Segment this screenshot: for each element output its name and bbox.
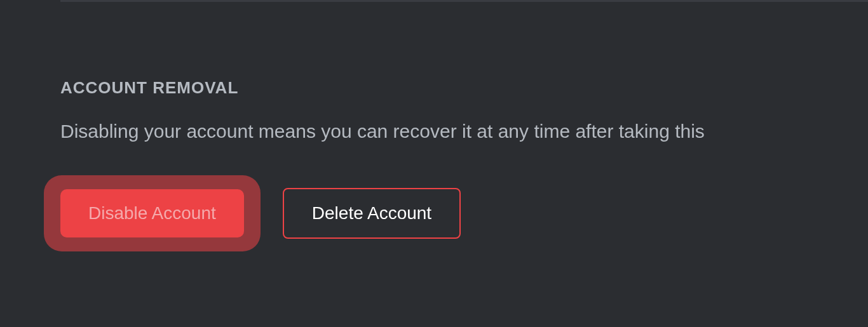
section-description: Disabling your account means you can rec… [60,118,868,145]
delete-account-button[interactable]: Delete Account [283,188,461,239]
section-title: ACCOUNT REMOVAL [60,78,868,98]
disable-account-button[interactable]: Disable Account [60,189,244,237]
highlight-annotation: Disable Account [44,175,261,251]
account-removal-section: ACCOUNT REMOVAL Disabling your account m… [0,2,868,251]
button-row: Disable Account Delete Account [60,175,868,251]
